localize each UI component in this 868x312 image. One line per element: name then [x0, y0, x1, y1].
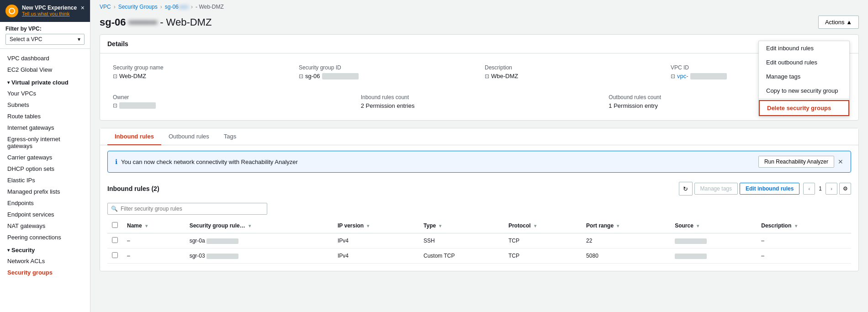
owner-blurred — [119, 102, 156, 109]
refresh-button[interactable]: ↻ — [679, 182, 693, 196]
dropdown-item-copy-to-new[interactable]: Copy to new security group — [759, 84, 849, 98]
sidebar-item-security-groups[interactable]: Security groups — [0, 267, 90, 278]
row2-port-range: 5080 — [582, 249, 670, 264]
copy-icon[interactable]: ⊡ — [113, 102, 117, 109]
breadcrumb-sg-id[interactable]: sg-06▪▪▪▪▪ — [165, 4, 188, 10]
details-grid-row2: Owner ⊡ Inbound rules count 2 Permission… — [100, 90, 858, 120]
detail-description: Description ⊡ Wbe-DMZ — [479, 61, 665, 83]
sidebar-item-endpoint-services[interactable]: Endpoint services — [0, 209, 90, 220]
row2-type: Custom TCP — [419, 249, 504, 264]
close-banner-icon[interactable]: ✕ — [838, 158, 843, 165]
row1-port-range: 22 — [582, 233, 670, 249]
row1-protocol: TCP — [504, 233, 582, 249]
sidebar-item-internet-gateways[interactable]: Internet gateways — [0, 122, 90, 133]
info-icon: ℹ — [115, 158, 117, 165]
col-source: Source ▾ — [670, 218, 757, 233]
row2-checkbox[interactable] — [112, 252, 118, 258]
detail-owner: Owner ⊡ — [107, 90, 355, 113]
manage-tags-button[interactable]: Manage tags — [694, 183, 738, 195]
row2-source-blurred — [675, 254, 707, 259]
sort-icon: ▾ — [145, 223, 148, 228]
sidebar-section-virtual-private-cloud[interactable]: ▾ Virtual private cloud — [0, 75, 90, 88]
vpc-id-blurred — [690, 73, 727, 79]
content-area: Details Security group name ⊡ Web-DMZ Se… — [90, 34, 868, 312]
row1-ip-version: IPv4 — [333, 233, 419, 249]
sort-icon: ▾ — [439, 223, 441, 228]
sidebar-item-dhcp-option-sets[interactable]: DHCP option sets — [0, 163, 90, 175]
tab-inbound[interactable]: Inbound rules — [107, 128, 161, 145]
table-row: – sgr-03 IPv4 Custom TCP TCP 5080 — [107, 249, 851, 264]
col-checkbox — [107, 218, 122, 233]
row1-source-blurred — [675, 238, 707, 244]
breadcrumb-sep-2: › — [160, 4, 162, 10]
sidebar: New VPC Experience Tell us what you thin… — [0, 0, 90, 312]
row1-sg-rule-blurred — [206, 238, 238, 244]
copy-icon[interactable]: ⊡ — [671, 73, 675, 79]
tab-outbound[interactable]: Outbound rules — [161, 128, 217, 145]
sidebar-item-elastic-ips[interactable]: Elastic IPs — [0, 175, 90, 186]
sidebar-item-network-acls[interactable]: Network ACLs — [0, 255, 90, 267]
sg-id-blurred — [322, 73, 359, 79]
vpc-id-link[interactable]: vpc- — [677, 73, 688, 79]
filter-bar: 🔍 — [107, 199, 851, 218]
copy-icon[interactable]: ⊡ — [299, 73, 303, 79]
row1-type: SSH — [419, 233, 504, 249]
detail-inbound-count: Inbound rules count 2 Permission entries — [355, 90, 603, 113]
copy-icon[interactable]: ⊡ — [113, 73, 117, 79]
next-page-btn[interactable]: › — [826, 183, 837, 195]
dropdown-item-manage-tags[interactable]: Manage tags — [759, 69, 849, 84]
dropdown-item-edit-outbound[interactable]: Edit outbound rules — [759, 55, 849, 69]
row1-checkbox[interactable] — [112, 237, 118, 243]
actions-button[interactable]: Actions ▲ — [818, 16, 859, 29]
copy-icon[interactable]: ⊡ — [485, 73, 489, 79]
sidebar-item-peering-connections[interactable]: Peering connections — [0, 232, 90, 243]
breadcrumb-security-groups[interactable]: Security Groups — [118, 4, 158, 10]
sidebar-item-managed-prefix-lists[interactable]: Managed prefix lists — [0, 186, 90, 197]
page-title-id: sg-06 — [100, 16, 126, 28]
sidebar-item-carrier-gateways[interactable]: Carrier gateways — [0, 152, 90, 163]
edit-inbound-rules-button[interactable]: Edit inbound rules — [740, 183, 799, 195]
col-port-range: Port range ▾ — [582, 218, 670, 233]
vpc-select[interactable]: Select a VPC ▾ — [5, 34, 85, 45]
inbound-rules-table: Name ▾ Security group rule… ▾ IP version… — [107, 218, 851, 264]
filter-vpc-section: Filter by VPC: Select a VPC ▾ — [0, 22, 90, 49]
col-ip-version: IP version ▾ — [333, 218, 419, 233]
filter-input[interactable] — [107, 203, 267, 215]
row1-source — [670, 233, 757, 249]
sidebar-item-subnets[interactable]: Subnets — [0, 99, 90, 111]
sort-icon: ▾ — [367, 223, 369, 228]
filter-vpc-label: Filter by VPC: — [5, 26, 85, 32]
col-description: Description ▾ — [757, 218, 851, 233]
sidebar-subtitle[interactable]: Tell us what you think — [22, 11, 77, 16]
rules-header: Inbound rules (2) ↻ Manage tags Edit inb… — [107, 178, 851, 199]
dropdown-item-delete-sg[interactable]: Delete security groups — [759, 100, 849, 116]
sg-id-value: sg-06 — [305, 73, 320, 79]
breadcrumb-current: - Web-DMZ — [196, 4, 224, 10]
settings-btn[interactable]: ⚙ — [839, 183, 851, 195]
sidebar-section-security[interactable]: ▾ Security — [0, 243, 90, 255]
tab-tags[interactable]: Tags — [217, 128, 243, 145]
dropdown-divider — [759, 99, 849, 99]
sidebar-item-vpc-dashboard[interactable]: VPC dashboard — [0, 53, 90, 64]
info-banner: ℹ You can now check network connectivity… — [107, 151, 851, 173]
sidebar-item-route-tables[interactable]: Route tables — [0, 111, 90, 122]
close-icon[interactable]: × — [81, 5, 85, 11]
details-panel-header: Details — [100, 35, 858, 53]
sidebar-logo — [5, 5, 18, 17]
sidebar-item-nat-gateways[interactable]: NAT gateways — [0, 220, 90, 232]
sidebar-item-egress-only-gateways[interactable]: Egress-only internet gateways — [0, 133, 90, 152]
chevron-down-icon: ▾ — [7, 80, 10, 85]
breadcrumb-vpc[interactable]: VPC — [100, 4, 111, 10]
row2-ip-version: IPv4 — [333, 249, 419, 264]
row1-checkbox-cell — [107, 233, 122, 249]
info-banner-text: You can now check network connectivity w… — [121, 159, 298, 165]
prev-page-btn[interactable]: ‹ — [803, 183, 815, 195]
select-all-checkbox[interactable] — [112, 222, 118, 228]
row2-sg-rule: sgr-03 — [185, 249, 333, 264]
run-reachability-btn[interactable]: Run Reachability Analyzer — [758, 156, 834, 168]
sidebar-item-ec2-global-view[interactable]: EC2 Global View — [0, 64, 90, 75]
rules-actions: ↻ Manage tags Edit inbound rules ‹ 1 › ⚙ — [679, 182, 851, 196]
sidebar-item-endpoints[interactable]: Endpoints — [0, 197, 90, 209]
dropdown-item-edit-inbound[interactable]: Edit inbound rules — [759, 41, 849, 55]
sidebar-item-your-vpcs[interactable]: Your VPCs — [0, 88, 90, 99]
